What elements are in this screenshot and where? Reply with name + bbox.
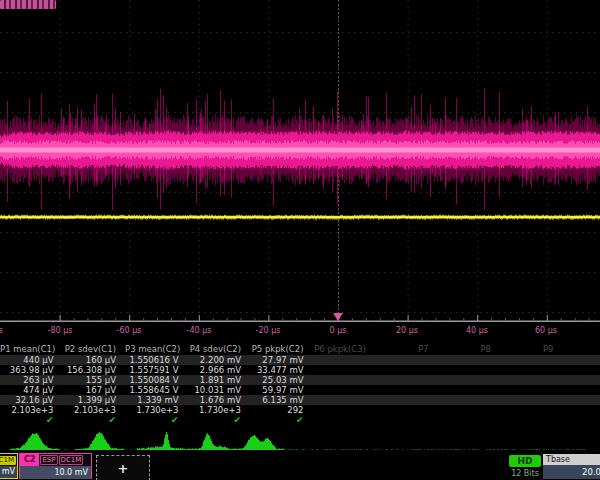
- measure-value: 1.891 mV: [188, 375, 251, 385]
- cropped-trace-label: [0, 0, 56, 9]
- measure-value: 2.103e+3: [63, 405, 126, 415]
- measure-value: [375, 355, 438, 365]
- measure-value: 2.200 mV: [188, 355, 251, 365]
- add-trace-button[interactable]: +: [96, 455, 150, 480]
- measure-value: 263 µV: [0, 375, 63, 385]
- measure-value: 292: [250, 405, 313, 415]
- measure-value: 440 µV: [0, 355, 63, 365]
- measure-value: 474 µV: [0, 385, 63, 395]
- measure-value: [438, 405, 501, 415]
- measure-value: [313, 355, 376, 365]
- measure-value: 1.339 mV: [125, 395, 188, 405]
- measure-status-check: ✔: [188, 415, 251, 425]
- measure-value: 155 µV: [63, 375, 126, 385]
- measure-status-check: [313, 415, 376, 425]
- measure-value: 32.16 µV: [0, 395, 63, 405]
- measurement-histicons[interactable]: [0, 428, 600, 452]
- measure-value: [500, 385, 563, 395]
- measure-value: [500, 405, 563, 415]
- measure-header-2[interactable]: P2 sdev(C1): [63, 344, 126, 355]
- measure-value: 59.97 mV: [250, 385, 313, 395]
- measure-value: [375, 395, 438, 405]
- measure-value: [500, 395, 563, 405]
- measure-value: [500, 375, 563, 385]
- measure-value: 27.97 mV: [250, 355, 313, 365]
- measure-header-6[interactable]: P6 pkpk(C3): [313, 344, 376, 355]
- measure-header-1[interactable]: P1 mean(C1): [0, 344, 63, 355]
- measure-value: 10.031 mV: [188, 385, 251, 395]
- measure-value: 1.730e+3: [125, 405, 188, 415]
- measure-value: [438, 395, 501, 405]
- measure-value: [438, 365, 501, 375]
- c1-coupling-badge: DC1M: [0, 456, 16, 465]
- measure-value: 1.557591 V: [125, 365, 188, 375]
- time-axis-label: 20 µs: [396, 326, 418, 335]
- tbase-label: Tbase: [543, 454, 600, 465]
- time-axis-label: -100 µs: [0, 326, 3, 335]
- timebase-descriptor[interactable]: Tbase 20.0: [543, 454, 600, 479]
- measure-value: 167 µV: [63, 385, 126, 395]
- measure-value: [438, 385, 501, 395]
- measure-value: [313, 395, 376, 405]
- channel-c1-descriptor[interactable]: DC1M 10.0 mV: [0, 453, 18, 479]
- oscilloscope-screen: -100 µs-80 µs-60 µs-40 µs-20 µs0 µs20 µs…: [0, 0, 600, 480]
- measure-header-10[interactable]: P10: [563, 344, 600, 355]
- c2-scale-value: 10.0 mV: [20, 466, 91, 479]
- measure-value: 25.03 mV: [250, 375, 313, 385]
- measure-status-check: [375, 415, 438, 425]
- time-axis-label: 0 µs: [330, 326, 347, 335]
- measure-header-4[interactable]: P4 sdev(C2): [188, 344, 251, 355]
- measure-value: 1.558645 V: [125, 385, 188, 395]
- bit-depth-label: 12 Bits: [504, 469, 546, 478]
- measure-value: [313, 385, 376, 395]
- time-axis-label: 40 µs: [466, 326, 488, 335]
- measure-status-check: ✔: [0, 415, 63, 425]
- time-axis-label: -20 µs: [256, 326, 281, 335]
- c2-channel-tab[interactable]: C2: [20, 454, 39, 466]
- measure-status-check: ✔: [250, 415, 313, 425]
- time-axis-label: -60 µs: [117, 326, 142, 335]
- measure-value: [563, 355, 600, 365]
- measure-value: [375, 365, 438, 375]
- measure-value: [500, 365, 563, 375]
- measure-status-check: ✔: [125, 415, 188, 425]
- hd-mode-badge[interactable]: HD: [509, 455, 541, 467]
- time-axis-label: 60 µs: [535, 326, 557, 335]
- measure-header-5[interactable]: P5 pkpk(C2): [250, 344, 313, 355]
- measure-header-8[interactable]: P8: [438, 344, 501, 355]
- measure-value: 2.103e+3: [0, 405, 63, 415]
- plus-icon: +: [118, 461, 129, 476]
- time-axis-label: -40 µs: [187, 326, 212, 335]
- measure-value: 1.550616 V: [125, 355, 188, 365]
- measure-value: 1.730e+3: [188, 405, 251, 415]
- measure-value: 6.135 mV: [250, 395, 313, 405]
- tbase-value: 20.0: [543, 465, 600, 479]
- measure-value: 1.399 µV: [63, 395, 126, 405]
- measure-header-3[interactable]: P3 mean(C2): [125, 344, 188, 355]
- measure-value: [563, 395, 600, 405]
- measure-value: [313, 375, 376, 385]
- measure-value: 1.676 mV: [188, 395, 251, 405]
- measure-value: 2.966 mV: [188, 365, 251, 375]
- measure-value: [375, 405, 438, 415]
- measure-status-check: ✔: [63, 415, 126, 425]
- waveform-graticule[interactable]: [0, 0, 600, 322]
- time-axis-label: -80 µs: [48, 326, 73, 335]
- measure-value: 1.550084 V: [125, 375, 188, 385]
- measure-value: [313, 405, 376, 415]
- measure-header-7[interactable]: P7: [375, 344, 438, 355]
- measure-value: 33.477 mV: [250, 365, 313, 375]
- measure-value: [563, 375, 600, 385]
- channel-c2-descriptor[interactable]: C2 ESP DC1M 10.0 mV: [19, 453, 92, 479]
- measure-header-9[interactable]: P9: [500, 344, 563, 355]
- measure-value: [438, 355, 501, 365]
- c2-esp-badge: ESP: [40, 455, 57, 465]
- c2-coupling-badge: DC1M: [59, 455, 84, 465]
- measure-value: [500, 355, 563, 365]
- measure-value: 156.308 µV: [63, 365, 126, 375]
- measure-status-check: [500, 415, 563, 425]
- c1-scale-value: 10.0 mV: [0, 466, 17, 478]
- measure-value: [375, 385, 438, 395]
- measure-value: [375, 375, 438, 385]
- measure-status-check: [438, 415, 501, 425]
